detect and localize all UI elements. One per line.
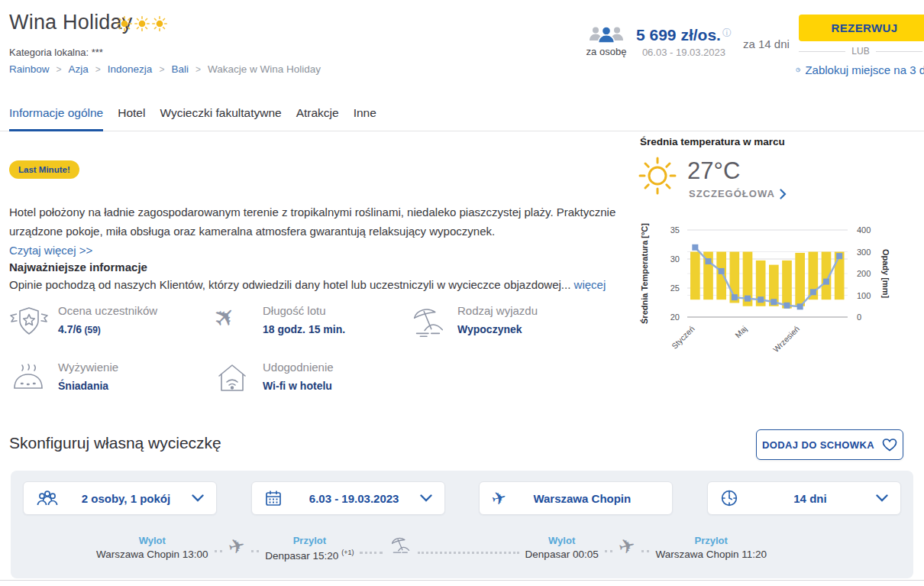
flight-type-label: Przylot bbox=[655, 535, 767, 546]
price-value: 5 699 zł/os. bbox=[636, 26, 721, 44]
hotel-description: Hotel położony na ładnie zagospodarowany… bbox=[9, 202, 629, 260]
category-suns-icons bbox=[117, 16, 167, 31]
svg-text:300: 300 bbox=[857, 248, 871, 257]
dotted-path bbox=[418, 552, 519, 554]
price-info-icon[interactable]: ⓘ bbox=[722, 28, 732, 38]
tab-wycieczki-fakultatywne[interactable]: Wycieczki fakultatywne bbox=[160, 106, 281, 131]
chevron-right-icon: > bbox=[57, 64, 62, 75]
occupancy-selector[interactable]: 2 osoby, 1 pokój bbox=[23, 481, 217, 515]
chevron-down-icon bbox=[192, 494, 204, 502]
breadcrumb-link-indonezja[interactable]: Indonezja bbox=[108, 63, 153, 75]
dotted-path bbox=[641, 550, 649, 552]
chevron-right-icon: > bbox=[159, 64, 164, 75]
dotted-path bbox=[251, 550, 259, 552]
per-person-people-icon bbox=[588, 25, 625, 47]
duration-label: za 14 dni bbox=[743, 37, 790, 50]
flight-place-label: Warszawa Chopin 13:00 bbox=[96, 549, 208, 560]
per-person-label: za osobę bbox=[585, 46, 628, 57]
breadcrumb-link-azja[interactable]: Azja bbox=[69, 63, 89, 75]
opinions-more-link[interactable]: więcej bbox=[574, 278, 606, 291]
breadcrumb: Rainbow > Azja > Indonezja > Bali > Waka… bbox=[9, 63, 321, 75]
dotted-path bbox=[360, 552, 383, 554]
reserve-button[interactable]: REZERWUJ bbox=[799, 15, 924, 41]
dotted-path bbox=[605, 550, 612, 552]
fact-amenity: Udogodnienie Wi-fi w hotelu bbox=[214, 361, 409, 396]
hotel-offer-page: Wina Holiday Kategoria lokalna: *** Rain… bbox=[0, 0, 924, 586]
svg-text:Wrzesień: Wrzesień bbox=[771, 324, 801, 354]
flight-place-label: Denpasar 00:05 bbox=[525, 549, 599, 560]
heart-icon bbox=[882, 438, 897, 452]
breadcrumb-current: Wakacje w Wina Holiday bbox=[208, 63, 321, 75]
departure-airport-selector[interactable]: ✈ Warszawa Chopin bbox=[479, 481, 673, 515]
plane-icon: ✈ bbox=[616, 535, 637, 558]
fact-label: Długość lotu bbox=[263, 304, 345, 317]
fact-label: Rodzaj wyjazdu bbox=[457, 304, 538, 317]
chevron-down-icon bbox=[420, 494, 432, 502]
next-day-indicator: (+1) bbox=[341, 549, 354, 556]
svg-text:25: 25 bbox=[670, 283, 680, 293]
svg-text:30: 30 bbox=[670, 254, 680, 264]
price-block: 5 699 zł/os.ⓘ 06.03 - 19.03.2023 bbox=[636, 26, 732, 58]
tab-informacje-ogolne[interactable]: Informacje ogólne bbox=[9, 106, 103, 131]
hold-seat-link[interactable]: Zablokuj miejsce na 3 d bbox=[796, 63, 924, 77]
svg-text:400: 400 bbox=[857, 225, 871, 235]
beach-umbrella-icon bbox=[409, 304, 457, 339]
dates-selector[interactable]: 6.03 - 19.03.2023 bbox=[251, 481, 445, 515]
fact-trip-type: Rodzaj wyjazdu Wypoczynek bbox=[409, 304, 599, 339]
page-title: Wina Holiday bbox=[9, 11, 132, 34]
duration-selector[interactable]: 14 dni bbox=[707, 481, 901, 515]
temperature-value: 27°C bbox=[687, 157, 740, 185]
svg-text:Opady [mm]: Opady [mm] bbox=[881, 249, 890, 299]
divider-line bbox=[799, 51, 845, 52]
divider-line bbox=[876, 51, 922, 52]
occupancy-value: 2 osoby, 1 pokój bbox=[62, 492, 190, 505]
temperature-precipitation-chart: 202530350100200300400StyczeńMajWrzesieńŚ… bbox=[640, 220, 924, 361]
sun-icon bbox=[637, 155, 678, 199]
svg-text:0: 0 bbox=[857, 312, 861, 322]
read-more-link[interactable]: Czytaj więcej >> bbox=[9, 244, 92, 257]
trip-configurator-panel: 2 osoby, 1 pokój 6.03 - 19.03.2023 ✈ War… bbox=[11, 471, 913, 578]
dates-value: 6.03 - 19.03.2023 bbox=[290, 492, 418, 505]
fact-value: Wypoczynek bbox=[457, 323, 538, 335]
svg-text:100: 100 bbox=[857, 291, 871, 300]
flight-stop-outbound-departure: Wylot Warszawa Chopin 13:00 bbox=[96, 535, 208, 560]
tab-atrakcje[interactable]: Atrakcje bbox=[296, 106, 339, 131]
tab-inne[interactable]: Inne bbox=[354, 106, 376, 131]
price-date-range: 06.03 - 19.03.2023 bbox=[636, 47, 732, 58]
flight-type-label: Wylot bbox=[525, 535, 599, 546]
svg-text:20: 20 bbox=[670, 312, 680, 322]
fact-flight-duration: ✈ Długość lotu 18 godz. 15 min. bbox=[214, 304, 409, 339]
svg-text:200: 200 bbox=[857, 269, 871, 278]
breadcrumb-link-rainbow[interactable]: Rainbow bbox=[9, 63, 50, 75]
departure-airport-value: Warszawa Chopin bbox=[518, 492, 646, 505]
add-to-clipboard-button[interactable]: DODAJ DO SCHOWKA bbox=[756, 429, 903, 460]
chevron-right-icon bbox=[780, 189, 787, 199]
dotted-path bbox=[215, 550, 222, 552]
duration-value: 14 dni bbox=[746, 492, 874, 505]
flight-type-label: Przylot bbox=[265, 535, 354, 546]
fact-rating: Ocena uczestników 4.7/6 (59) bbox=[9, 304, 214, 339]
clock-icon bbox=[796, 63, 800, 77]
configurator-title: Skonfiguruj własną wycieczkę bbox=[9, 434, 221, 452]
plane-icon: ✈ bbox=[492, 490, 518, 507]
svg-text:35: 35 bbox=[670, 225, 680, 235]
section-divider bbox=[0, 580, 924, 581]
plane-icon: ✈ bbox=[226, 535, 247, 558]
flight-stop-return-arrival: Przylot Warszawa Chopin 11:20 bbox=[655, 535, 767, 560]
tab-bar: Informacje ogólne Hotel Wycieczki fakult… bbox=[0, 106, 924, 131]
fact-value: Śniadania bbox=[58, 380, 118, 392]
breadcrumb-link-bali[interactable]: Bali bbox=[171, 63, 189, 75]
house-wifi-icon bbox=[214, 361, 263, 396]
fact-label: Wyżywienie bbox=[58, 361, 118, 374]
hold-seat-label: Zablokuj miejsce na 3 d bbox=[805, 63, 924, 76]
weather-details-link[interactable]: SZCZEGÓŁOWA bbox=[689, 188, 787, 199]
fact-value: Wi-fi w hotelu bbox=[263, 380, 334, 392]
flight-stop-outbound-arrival: Przylot Denpasar 15:20 (+1) bbox=[265, 535, 354, 562]
or-label: LUB bbox=[851, 46, 869, 57]
beach-umbrella-icon bbox=[389, 535, 412, 559]
opinions-text: Opinie pochodzą od naszych Klientów, któ… bbox=[9, 278, 629, 291]
key-facts-grid: Ocena uczestników 4.7/6 (59) ✈ Długość l… bbox=[9, 304, 635, 396]
tab-hotel[interactable]: Hotel bbox=[118, 106, 145, 131]
food-dome-icon bbox=[9, 361, 58, 396]
fact-label: Udogodnienie bbox=[263, 361, 334, 374]
